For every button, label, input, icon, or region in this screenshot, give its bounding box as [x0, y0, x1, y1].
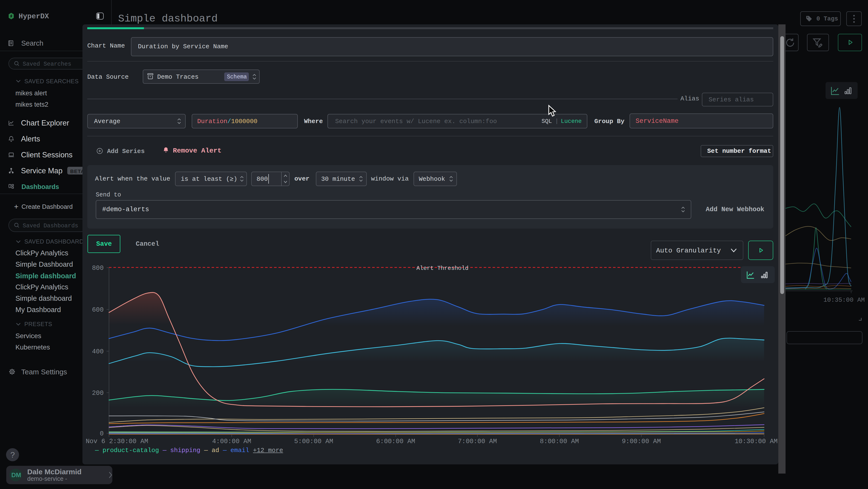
svg-text:0: 0 [100, 430, 104, 437]
svg-text:4:00:00 AM: 4:00:00 AM [212, 438, 251, 445]
svg-text:800: 800 [92, 264, 104, 272]
svg-text:8:00:00 AM: 8:00:00 AM [540, 438, 579, 445]
svg-text:10:30:00 AM: 10:30:00 AM [735, 438, 778, 445]
svg-text:600: 600 [92, 306, 104, 314]
svg-text:9:00:00 AM: 9:00:00 AM [622, 438, 661, 445]
svg-text:5:00:00 AM: 5:00:00 AM [294, 438, 333, 445]
svg-text:200: 200 [92, 390, 104, 397]
svg-text:6:00:00 AM: 6:00:00 AM [376, 438, 415, 445]
svg-text:Nov 6 2:30:00 AM: Nov 6 2:30:00 AM [86, 438, 148, 445]
svg-text:400: 400 [92, 348, 104, 355]
svg-text:Alert Threshold: Alert Threshold [416, 265, 468, 271]
svg-text:7:00:00 AM: 7:00:00 AM [458, 438, 497, 445]
